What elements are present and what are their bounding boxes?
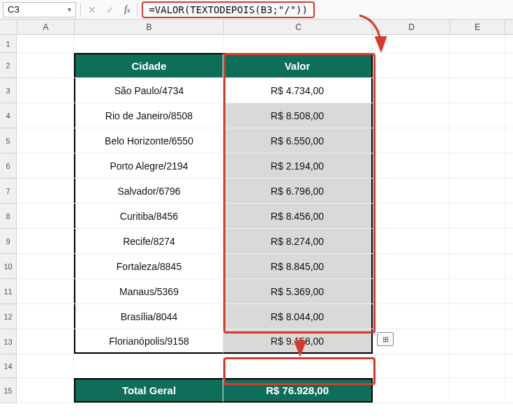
cell[interactable] — [373, 35, 449, 52]
cell[interactable] — [449, 103, 505, 128]
cell-valor[interactable]: R$ 6.796,00 — [223, 179, 373, 203]
cell-cidade[interactable]: Manaus/5369 — [74, 279, 223, 303]
cell-valor[interactable]: R$ 6.550,00 — [223, 128, 373, 153]
autofill-options-icon[interactable]: ⊞ — [377, 332, 394, 346]
row-header[interactable]: 8 — [0, 204, 17, 229]
cell[interactable] — [17, 179, 74, 203]
cell[interactable] — [449, 78, 505, 103]
cell-cidade[interactable]: Rio de Janeiro/8508 — [74, 103, 223, 128]
name-box[interactable]: C3 ▾ — [3, 2, 76, 17]
cell-valor[interactable]: R$ 9.158,00 — [223, 329, 373, 354]
row-header[interactable]: 7 — [0, 179, 17, 204]
col-header-b[interactable]: B — [74, 20, 223, 34]
cell[interactable] — [449, 128, 505, 153]
cell-valor[interactable]: R$ 5.369,00 — [223, 279, 373, 303]
cell[interactable] — [223, 354, 373, 377]
cell-cidade[interactable]: Recife/8274 — [74, 229, 223, 253]
row-header[interactable]: 14 — [0, 354, 17, 378]
cell[interactable] — [17, 35, 74, 52]
cell[interactable] — [449, 279, 505, 303]
row-header[interactable]: 12 — [0, 304, 17, 329]
cell[interactable] — [17, 153, 74, 178]
cell[interactable] — [17, 329, 74, 354]
cell-cidade[interactable]: Belo Horizonte/6550 — [74, 128, 223, 153]
cell[interactable] — [449, 354, 505, 377]
row-header[interactable]: 6 — [0, 153, 17, 179]
cell[interactable] — [373, 179, 449, 203]
cell[interactable] — [449, 204, 505, 228]
cell-cidade[interactable]: Florianópolis/9158 — [74, 329, 223, 354]
cell[interactable] — [223, 35, 373, 52]
cancel-icon[interactable]: ✕ — [85, 4, 99, 15]
cell[interactable] — [17, 279, 74, 303]
cell-cidade[interactable]: Salvador/6796 — [74, 179, 223, 203]
row-header[interactable]: 13 — [0, 329, 17, 354]
cell-cidade[interactable]: Brasília/8044 — [74, 304, 223, 329]
cell[interactable] — [449, 329, 505, 354]
cell[interactable] — [449, 35, 505, 52]
cell[interactable] — [17, 354, 74, 377]
total-label[interactable]: Total Geral — [74, 378, 223, 403]
cell-valor[interactable]: R$ 8.274,00 — [223, 229, 373, 253]
cell-valor[interactable]: R$ 8.044,00 — [223, 304, 373, 329]
cell[interactable] — [373, 128, 449, 153]
cell-valor[interactable]: R$ 2.194,00 — [223, 153, 373, 178]
cell[interactable] — [74, 35, 223, 52]
row-header[interactable]: 2 — [0, 53, 17, 78]
cell[interactable] — [17, 103, 74, 128]
row-header[interactable]: 9 — [0, 229, 17, 254]
fx-icon[interactable]: fx — [121, 4, 133, 15]
chevron-down-icon[interactable]: ▾ — [68, 6, 71, 13]
cell-cidade[interactable]: Fortaleza/8845 — [74, 254, 223, 278]
total-value[interactable]: R$ 76.928,00 — [223, 378, 373, 403]
cell[interactable] — [449, 254, 505, 278]
col-header-e[interactable]: E — [449, 20, 505, 34]
cell[interactable] — [74, 354, 223, 377]
cell-valor[interactable]: R$ 4.734,00 — [223, 78, 373, 103]
cell[interactable] — [373, 229, 449, 253]
col-header-a[interactable]: A — [17, 20, 74, 34]
cell[interactable] — [373, 279, 449, 303]
row-header[interactable]: 3 — [0, 78, 17, 103]
cell[interactable] — [449, 304, 505, 329]
header-cidade[interactable]: Cidade — [74, 53, 223, 77]
cell-valor[interactable]: R$ 8.456,00 — [223, 204, 373, 228]
cell[interactable] — [17, 78, 74, 103]
cell[interactable] — [17, 128, 74, 153]
cell[interactable] — [17, 378, 74, 403]
cell[interactable] — [373, 204, 449, 228]
row-header[interactable]: 11 — [0, 279, 17, 304]
cell[interactable] — [373, 378, 449, 403]
col-header-c[interactable]: C — [223, 20, 373, 34]
cell[interactable] — [373, 103, 449, 128]
col-header-d[interactable]: D — [373, 20, 449, 34]
row-header[interactable]: 4 — [0, 103, 17, 128]
cell-valor[interactable]: R$ 8.845,00 — [223, 254, 373, 278]
cell[interactable] — [449, 229, 505, 253]
cell[interactable] — [17, 229, 74, 253]
cell[interactable] — [17, 204, 74, 228]
row-header[interactable]: 5 — [0, 128, 17, 153]
row-header[interactable]: 1 — [0, 35, 17, 53]
cell[interactable] — [449, 378, 505, 403]
cell[interactable] — [373, 354, 449, 377]
cell-area[interactable]: Cidade Valor São Paulo/4734 R$ 4.734,00 … — [17, 35, 513, 403]
header-valor[interactable]: Valor — [223, 53, 373, 77]
cell-cidade[interactable]: Curitiba/8456 — [74, 204, 223, 228]
row-header[interactable]: 15 — [0, 378, 17, 403]
cell-cidade[interactable]: Porto Alegre/2194 — [74, 153, 223, 178]
enter-icon[interactable]: ✓ — [103, 4, 117, 15]
cell[interactable] — [17, 53, 74, 77]
cell[interactable] — [449, 53, 505, 77]
formula-input[interactable]: =VALOR(TEXTODEPOIS(B3;"/")) — [142, 1, 315, 18]
cell[interactable] — [373, 304, 449, 329]
cell[interactable] — [17, 304, 74, 329]
cell-cidade[interactable]: São Paulo/4734 — [74, 78, 223, 103]
cell[interactable] — [373, 78, 449, 103]
cell[interactable] — [373, 254, 449, 278]
cell[interactable] — [373, 53, 449, 77]
cell[interactable] — [373, 153, 449, 178]
row-header[interactable]: 10 — [0, 254, 17, 279]
cell-valor[interactable]: R$ 8.508,00 — [223, 103, 373, 128]
cell[interactable] — [17, 254, 74, 278]
